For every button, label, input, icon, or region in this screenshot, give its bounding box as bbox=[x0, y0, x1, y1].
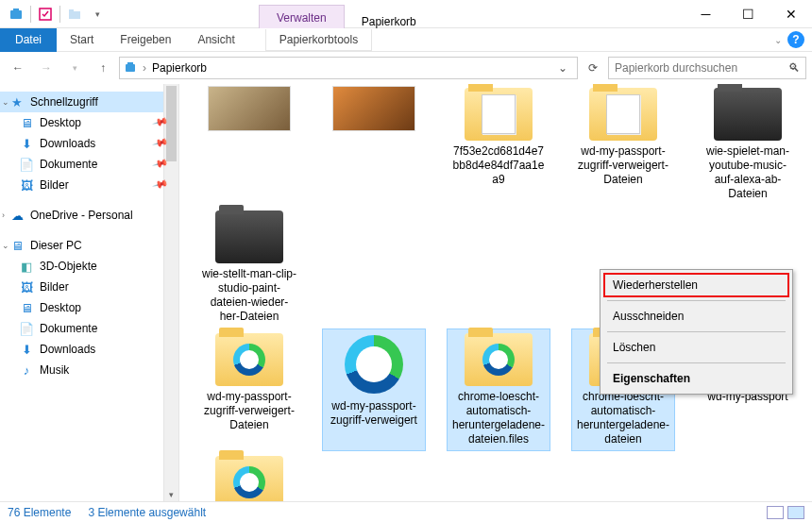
ctx-properties[interactable]: Eigenschaften bbox=[603, 366, 789, 391]
downloads-icon: ⬇ bbox=[19, 342, 34, 357]
sidebar-item-label: Desktop bbox=[40, 301, 81, 314]
sidebar-onedrive[interactable]: › ☁ OneDrive - Personal bbox=[0, 205, 178, 226]
sidebar-item-downloads[interactable]: ⬇Downloads📌 bbox=[0, 133, 178, 154]
search-input[interactable] bbox=[615, 61, 788, 75]
svg-rect-5 bbox=[126, 64, 135, 72]
chevron-right-icon[interactable]: › bbox=[2, 210, 5, 220]
sidebar-item-desktop[interactable]: 🖥Desktop📌 bbox=[0, 112, 178, 133]
file-item-label: chrome-loescht-automatisch-heruntergelad… bbox=[576, 390, 670, 446]
file-item[interactable] bbox=[323, 84, 425, 205]
properties-icon[interactable] bbox=[35, 4, 56, 25]
sidebar-item-music[interactable]: ♪Musik bbox=[0, 360, 178, 380]
back-button[interactable]: ← bbox=[6, 56, 30, 80]
file-tab[interactable]: Datei bbox=[0, 28, 57, 52]
sidebar-this-pc[interactable]: ⌄ 🖥 Dieser PC bbox=[0, 235, 178, 256]
navigation-row: ← → ▾ ↑ › Papierkorb ⌄ ⟳ 🔍︎ bbox=[0, 52, 812, 84]
sidebar-item-documents2[interactable]: 📄Dokumente bbox=[0, 318, 178, 339]
sidebar-item-3d[interactable]: ◧3D-Objekte bbox=[0, 256, 178, 277]
recent-dropdown-icon[interactable]: ▾ bbox=[62, 56, 87, 80]
image-thumbnail bbox=[208, 86, 291, 131]
ctx-separator bbox=[607, 331, 786, 332]
desktop-icon: 🖥 bbox=[19, 300, 34, 315]
sidebar-item-label: Schnellzugriff bbox=[30, 95, 98, 109]
search-box[interactable]: 🔍︎ bbox=[608, 57, 806, 79]
chevron-down-icon[interactable]: ⌄ bbox=[2, 241, 9, 250]
file-item[interactable]: wie-stellt-man-clip-studio-paint-dateien… bbox=[198, 452, 300, 501]
qat-dropdown-icon[interactable]: ▾ bbox=[87, 4, 108, 25]
svg-rect-0 bbox=[10, 10, 22, 19]
sidebar-item-desktop2[interactable]: 🖥Desktop bbox=[0, 297, 178, 318]
ctx-restore[interactable]: Wiederherstellen bbox=[603, 273, 789, 297]
sidebar-item-pictures[interactable]: 🖼Bilder📌 bbox=[0, 175, 178, 195]
ribbon-tab-view[interactable]: Ansicht bbox=[184, 29, 247, 50]
status-bar: 76 Elemente 3 Elemente ausgewählt bbox=[0, 501, 812, 522]
navigation-pane: ▴ ▾ ⌄ ★ Schnellzugriff 🖥Desktop📌 ⬇Downlo… bbox=[0, 84, 179, 501]
folder-icon bbox=[215, 333, 283, 386]
sidebar-item-pictures2[interactable]: 🖼Bilder bbox=[0, 277, 178, 297]
forward-button[interactable]: → bbox=[34, 56, 59, 80]
pin-recycle-icon[interactable] bbox=[6, 4, 26, 25]
file-item[interactable]: 7f53e2cd681d4e7bb8d4e84df7aa1ea9 bbox=[448, 84, 550, 205]
sidebar-item-label: 3D-Objekte bbox=[40, 260, 97, 273]
ribbon-expand-icon[interactable]: ⌄ bbox=[774, 35, 782, 45]
refresh-button[interactable]: ⟳ bbox=[582, 57, 604, 79]
folder-icon bbox=[589, 88, 657, 141]
minimize-button[interactable]: ─ bbox=[685, 0, 727, 28]
ribbon-tab-tools[interactable]: Papierkorbtools bbox=[265, 29, 372, 51]
address-dropdown-icon[interactable]: ⌄ bbox=[552, 61, 573, 75]
sidebar-item-label: Downloads bbox=[40, 137, 95, 150]
sidebar-quick-access[interactable]: ⌄ ★ Schnellzugriff bbox=[0, 92, 178, 112]
quick-access-toolbar: ▾ bbox=[0, 4, 108, 25]
pc-icon: 🖥 bbox=[9, 238, 25, 253]
view-details-button[interactable] bbox=[767, 506, 784, 519]
file-item-label: chrome-loescht-automatisch-heruntergelad… bbox=[451, 390, 546, 446]
ctx-separator bbox=[607, 362, 786, 363]
status-selected-count: 3 Elemente ausgewählt bbox=[88, 506, 206, 519]
help-icon[interactable]: ? bbox=[787, 31, 804, 48]
ribbon-tabs: Datei Start Freigeben Ansicht Papierkorb… bbox=[0, 28, 812, 52]
ctx-separator bbox=[607, 300, 786, 301]
file-item[interactable] bbox=[198, 84, 300, 205]
desktop-icon: 🖥 bbox=[19, 115, 34, 130]
file-item[interactable]: wie-stellt-man-clip-studio-paint-dateien… bbox=[198, 207, 300, 328]
sidebar-item-label: Downloads bbox=[40, 343, 95, 356]
sidebar-item-downloads2[interactable]: ⬇Downloads bbox=[0, 339, 178, 360]
status-item-count: 76 Elemente bbox=[8, 506, 71, 519]
edge-icon bbox=[345, 335, 403, 394]
file-item[interactable]: wd-my-passport-zugriff-verweigert-Dateie… bbox=[572, 84, 674, 205]
ctx-cut[interactable]: Ausschneiden bbox=[603, 304, 789, 328]
manage-tab[interactable]: Verwalten bbox=[259, 5, 345, 28]
file-item[interactable]: chrome-loescht-automatisch-heruntergelad… bbox=[448, 329, 550, 450]
ctx-delete[interactable]: Löschen bbox=[603, 335, 789, 360]
recycle-bin-icon bbox=[124, 60, 137, 76]
folder-icon bbox=[465, 333, 533, 386]
sidebar-item-label: Dokumente bbox=[40, 322, 97, 335]
maximize-button[interactable]: ☐ bbox=[727, 0, 770, 28]
file-item[interactable]: wie-spielet-man-youtube-music-auf-alexa-… bbox=[697, 84, 799, 205]
ribbon-tab-share[interactable]: Freigeben bbox=[107, 29, 184, 50]
sidebar-item-label: Dieser PC bbox=[30, 239, 82, 252]
close-button[interactable]: ✕ bbox=[770, 0, 812, 28]
pictures-icon: 🖼 bbox=[19, 177, 34, 193]
file-item-label: 7f53e2cd681d4e7bb8d4e84df7aa1ea9 bbox=[451, 144, 546, 187]
chevron-down-icon[interactable]: ⌄ bbox=[2, 97, 9, 107]
svg-rect-1 bbox=[13, 8, 19, 11]
svg-rect-3 bbox=[69, 11, 80, 19]
folder-icon bbox=[714, 88, 782, 141]
sidebar-item-documents[interactable]: 📄Dokumente📌 bbox=[0, 154, 178, 175]
search-icon[interactable]: 🔍︎ bbox=[788, 61, 800, 75]
view-icons-button[interactable] bbox=[787, 506, 804, 519]
file-item-label: wd-my-passport-zugriff-verweigert bbox=[327, 399, 421, 428]
file-item-label: wie-spielet-man-youtube-music-auf-alexa-… bbox=[701, 144, 795, 201]
up-button[interactable]: ↑ bbox=[91, 56, 115, 80]
sidebar-item-label: Dokumente bbox=[40, 158, 97, 171]
svg-rect-6 bbox=[127, 62, 133, 65]
path-separator-icon: › bbox=[143, 61, 146, 75]
address-bar[interactable]: › Papierkorb ⌄ bbox=[119, 57, 578, 79]
file-item[interactable]: wd-my-passport-zugriff-verweigert bbox=[323, 329, 425, 450]
new-folder-icon[interactable] bbox=[64, 4, 85, 25]
window-title: Papierkorb bbox=[345, 15, 433, 28]
ribbon-tab-start[interactable]: Start bbox=[57, 29, 107, 50]
cube-icon: ◧ bbox=[19, 259, 34, 274]
file-item[interactable]: wd-my-passport-zugriff-verweigert-Dateie… bbox=[198, 329, 300, 450]
